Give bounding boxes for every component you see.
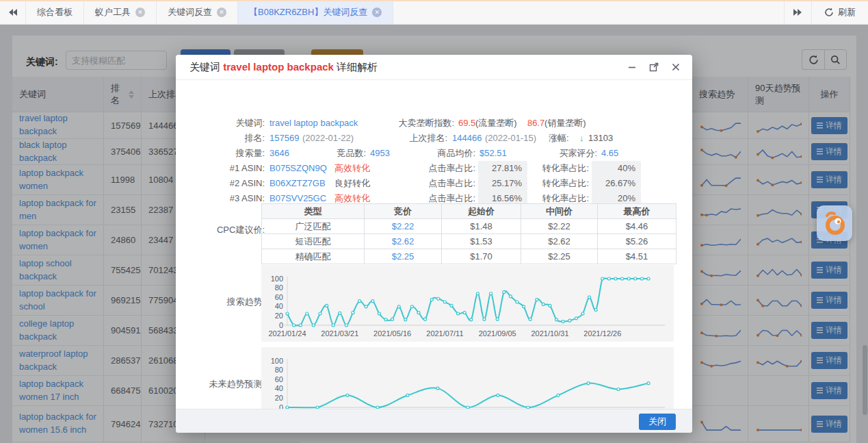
cpc-price-value: $1.48 xyxy=(442,219,521,233)
forecast-chart-label: 未来趋势预测: xyxy=(176,378,265,390)
cpc-header-cell: 最高价 xyxy=(598,204,676,219)
keyword-label: 关键词: xyxy=(176,116,265,131)
trend-chart-label: 搜索趋势: xyxy=(176,296,265,308)
ctr-label: 点击率占比: xyxy=(388,176,475,191)
collapse-tabs-button[interactable] xyxy=(0,0,26,24)
cvr-label: 转化率占比: xyxy=(501,161,589,176)
svg-text:0: 0 xyxy=(279,321,283,329)
cpc-data-row: 短语匹配$2.62$1.53$2.62$5.26 xyxy=(262,234,676,249)
modal-header: 关键词 travel laptop backpack 详细解析 xyxy=(176,55,692,80)
modal-close-button[interactable]: 关闭 xyxy=(639,414,676,430)
cpc-header-cell: 中间价 xyxy=(521,204,598,219)
cpc-price-value: $2.25 xyxy=(521,249,598,264)
asin-rank-label: #3 ASIN: xyxy=(176,191,265,206)
rating-label: 买家评分: xyxy=(510,146,597,161)
line-chart-canvas: 0204060801002021/01/242021/03/212021/05/… xyxy=(261,265,674,342)
asin-code-link[interactable]: B075SZQN9Q xyxy=(269,161,327,176)
rank-label: 排名: xyxy=(176,131,265,146)
avg-price-label: 商品均价: xyxy=(388,146,475,161)
tab-label: 蚁户工具 xyxy=(95,6,131,18)
sales-monopoly-suffix: (销量垄断) xyxy=(544,116,586,131)
cpc-header-cell: 起始价 xyxy=(442,204,521,219)
asin-code-link[interactable]: B06XZTZ7GB xyxy=(269,176,326,191)
prev-rank-date: (2022-01-15) xyxy=(485,131,536,146)
down-arrow-icon: ↓ xyxy=(579,131,584,146)
avg-price-value: $52.51 xyxy=(479,146,507,161)
floating-brand-logo-button[interactable] xyxy=(817,205,852,241)
tab-bar: 综合看板 蚁户工具 ✕ 关键词反查 ✕ 【B08KZR6ZBH】关键词反查 ✕ … xyxy=(0,0,868,25)
tab-tools[interactable]: 蚁户工具 ✕ xyxy=(84,0,157,24)
cvr-value: 26.67% xyxy=(592,176,641,191)
asin-row: #1 ASIN:B075SZQN9Q高效转化点击率占比:27.81%转化率占比:… xyxy=(176,161,692,176)
svg-text:60: 60 xyxy=(275,375,283,383)
ctr-label: 点击率占比: xyxy=(388,161,475,176)
search-volume-label: 搜索量: xyxy=(176,146,265,161)
tab-keyword-lookup[interactable]: 关键词反查 ✕ xyxy=(157,0,238,24)
svg-text:100: 100 xyxy=(271,357,283,365)
cvr-value: 40% xyxy=(592,161,641,176)
cpc-price-value: $2.22 xyxy=(521,219,598,233)
modal-body: 关键词: travel laptop backpack 大卖垄断指数: 69.5… xyxy=(176,80,692,409)
cvr-label: 转化率占比: xyxy=(501,176,589,191)
svg-text:2021/03/21: 2021/03/21 xyxy=(321,329,358,338)
svg-text:60: 60 xyxy=(275,293,283,301)
expand-tabs-button[interactable] xyxy=(784,0,811,24)
prev-rank-label: 上次排名: xyxy=(360,131,447,146)
cpc-price-value[interactable]: $2.25 xyxy=(365,249,442,264)
tab-close-icon[interactable]: ✕ xyxy=(217,8,226,17)
tab-label: 关键词反查 xyxy=(168,6,212,18)
app-window: 综合看板 蚁户工具 ✕ 关键词反查 ✕ 【B08KZR6ZBH】关键词反查 ✕ … xyxy=(0,0,868,443)
svg-text:40: 40 xyxy=(275,384,283,392)
asin-rank-label: #2 ASIN: xyxy=(176,176,265,191)
double-chevron-right-icon xyxy=(793,8,803,17)
cpc-data-row: 广泛匹配$2.22$1.48$2.22$4.46 xyxy=(262,219,676,234)
cpc-price-value: $1.53 xyxy=(442,234,521,249)
asin-rank-label: #1 ASIN: xyxy=(176,161,265,176)
svg-text:100: 100 xyxy=(271,275,283,283)
traffic-monopoly-value: 69.5 xyxy=(458,116,475,131)
svg-text:2021/05/16: 2021/05/16 xyxy=(373,329,411,338)
svg-text:20: 20 xyxy=(275,312,283,320)
cpc-price-table: 类型竞价起始价中间价最高价广泛匹配$2.22$1.48$2.22$4.46短语匹… xyxy=(261,203,676,264)
svg-text:20: 20 xyxy=(275,394,283,402)
tab-close-icon[interactable]: ✕ xyxy=(135,8,145,17)
change-label: 涨幅: xyxy=(549,131,569,146)
change-value: 13103 xyxy=(588,131,613,146)
competitors-label: 竞品数: xyxy=(278,146,366,161)
rank-date: (2022-01-22) xyxy=(302,131,354,146)
sales-monopoly-value: 86.7 xyxy=(527,116,544,131)
search-trend-chart: 0204060801002021/01/242021/03/212021/05/… xyxy=(261,265,674,342)
svg-text:2021/07/11: 2021/07/11 xyxy=(426,329,463,338)
rating-value: 4.65 xyxy=(601,146,618,161)
tab-dashboard[interactable]: 综合看板 xyxy=(26,0,84,24)
refresh-page-button[interactable]: 刷新 xyxy=(811,0,868,24)
cpc-price-value: $5.26 xyxy=(598,234,676,249)
cpc-header-cell: 竞价 xyxy=(365,204,442,219)
modal-title: 关键词 travel laptop backpack 详细解析 xyxy=(189,61,378,74)
svg-text:80: 80 xyxy=(275,283,283,292)
cpc-price-value[interactable]: $2.22 xyxy=(365,219,442,233)
maximize-icon[interactable] xyxy=(648,62,659,73)
brand-logo-icon xyxy=(820,209,849,238)
cpc-match-type: 广泛匹配 xyxy=(262,219,365,233)
cpc-header-row: 类型竞价起始价中间价最高价 xyxy=(262,204,676,219)
cpc-match-type: 短语匹配 xyxy=(262,234,365,249)
cpc-header-cell: 类型 xyxy=(262,204,365,219)
minimize-icon[interactable] xyxy=(627,62,637,73)
svg-text:80: 80 xyxy=(275,366,283,374)
competitors-value: 4953 xyxy=(370,146,390,161)
tab-label: 综合看板 xyxy=(37,6,73,18)
keyword-value[interactable]: travel laptop backpack xyxy=(269,116,358,131)
cpc-price-value: $2.62 xyxy=(521,234,598,249)
asin-row: #2 ASIN:B06XZTZ7GB良好转化点击率占比:25.17%转化率占比:… xyxy=(176,176,692,191)
close-icon[interactable] xyxy=(670,62,681,73)
modal-title-keyword: travel laptop backpack xyxy=(223,61,334,73)
tab-asin-keyword-lookup[interactable]: 【B08KZR6ZBH】关键词反查 ✕ xyxy=(238,0,393,24)
cpc-data-row: 精确匹配$2.25$1.70$2.25$4.51 xyxy=(262,249,676,264)
cpc-price-value[interactable]: $2.62 xyxy=(365,234,442,249)
tab-close-icon[interactable]: ✕ xyxy=(372,8,382,17)
svg-text:2021/10/31: 2021/10/31 xyxy=(531,329,568,338)
refresh-icon xyxy=(824,8,834,17)
refresh-label: 刷新 xyxy=(838,6,856,18)
modal-footer: 关闭 xyxy=(176,409,692,433)
